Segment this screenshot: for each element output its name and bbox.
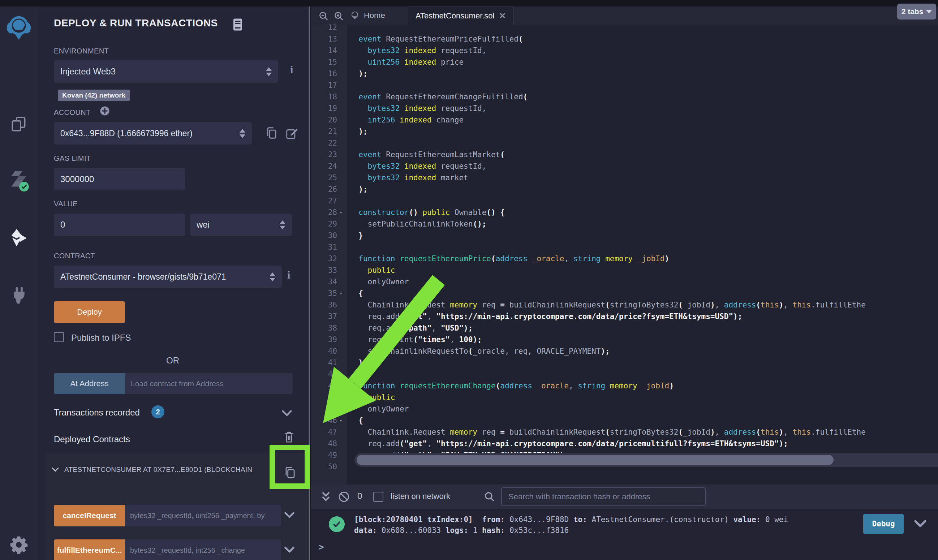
code-line-17[interactable]: 17 — [311, 80, 938, 91]
zoom-out-icon[interactable] — [318, 11, 329, 22]
fold-spacer — [339, 91, 349, 103]
fold-chevron-icon[interactable]: ▾ — [339, 288, 349, 299]
contract-info-icon[interactable]: i — [287, 269, 290, 281]
settings-gear-icon[interactable] — [0, 533, 37, 556]
account-select[interactable]: 0x643...9F88D (1.666673996 ether) — [54, 122, 252, 145]
tx-log-line-2[interactable]: data: 0x608...60033 logs: 1 hash: 0x53c.… — [354, 525, 569, 536]
code-line-22[interactable]: 22 — [311, 137, 938, 149]
transactions-chevron-icon[interactable] — [281, 409, 292, 418]
code-line-20[interactable]: 20 int256 indexed change — [311, 114, 938, 126]
listen-network-checkbox[interactable] — [373, 492, 383, 502]
function-expand-chevron-icon[interactable] — [284, 545, 295, 555]
code-line-23[interactable]: 23 event RequestEthereumLastMarket( — [311, 149, 938, 160]
code-line-41[interactable]: 41 } — [311, 357, 938, 369]
copy-account-icon[interactable] — [265, 126, 278, 140]
code-line-34[interactable]: 34 onlyOwner — [311, 276, 938, 288]
code-line-18[interactable]: 18 event RequestEthereumChangeFulfilled( — [311, 91, 938, 103]
remix-logo-icon[interactable] — [0, 13, 37, 42]
terminal-prompt[interactable]: > — [318, 542, 324, 552]
code-line-19[interactable]: 19 bytes32 indexed requestId, — [311, 103, 938, 114]
code-line-26[interactable]: 26 ); — [311, 183, 938, 195]
fold-chevron-icon[interactable]: ▾ — [339, 415, 349, 426]
code-text: sendChainlinkRequestTo(_oracle, req, ORA… — [349, 345, 610, 357]
value-input[interactable]: 0 — [54, 214, 185, 236]
fold-chevron-icon[interactable]: ▾ — [339, 207, 349, 218]
function-expand-chevron-icon[interactable] — [284, 511, 295, 520]
code-line-13[interactable]: 13 event RequestEthereumPriceFulfilled( — [311, 33, 938, 45]
expand-log-chevron-icon[interactable] — [914, 518, 927, 529]
deploy-button[interactable]: Deploy — [54, 301, 125, 323]
code-line-30[interactable]: 30 } — [311, 230, 938, 242]
file-explorer-icon[interactable] — [0, 113, 37, 135]
clear-console-icon[interactable] — [338, 491, 350, 503]
debug-button[interactable]: Debug — [863, 514, 904, 534]
fulfill-ethereum-change-params-input[interactable]: bytes32 _requestId, int256 _change — [125, 539, 281, 560]
line-number: 35 — [311, 288, 339, 299]
code-line-16[interactable]: 16 ); — [311, 68, 938, 80]
cancel-request-button[interactable]: cancelRequest — [54, 505, 125, 526]
code-line-31[interactable]: 31 — [311, 242, 938, 253]
at-address-input[interactable]: Load contract from Address — [125, 373, 293, 394]
zoom-in-icon[interactable] — [334, 11, 344, 22]
gas-limit-input[interactable]: 3000000 — [54, 168, 185, 191]
code-line-25[interactable]: 25 bytes32 indexed market — [311, 172, 938, 183]
fulfill-ethereum-change-button[interactable]: fulfillEthereumC... — [54, 539, 125, 560]
code-line-45[interactable]: 45 onlyOwner — [311, 403, 938, 415]
tab-atestnetconsumer[interactable]: ATestnetConsumer.sol ✕ — [408, 6, 514, 25]
at-address-button[interactable]: At Address — [54, 373, 125, 394]
cancel-request-params-input[interactable]: bytes32 _requestId, uint256 _payment, by — [125, 505, 281, 526]
contract-expand-chevron-icon[interactable] — [51, 467, 59, 472]
code-area[interactable]: 1213 event RequestEthereumPriceFulfilled… — [311, 22, 938, 472]
value-unit-select[interactable]: wei — [190, 214, 292, 236]
code-line-36[interactable]: 36 Chainlink.Request memory req = buildC… — [311, 299, 938, 311]
plugin-manager-icon[interactable] — [0, 283, 37, 306]
code-line-42[interactable]: 42 — [311, 369, 938, 380]
fold-spacer — [339, 392, 349, 403]
close-tab-icon[interactable]: ✕ — [499, 11, 506, 21]
publish-ipfs-checkbox[interactable] — [54, 332, 64, 342]
code-line-14[interactable]: 14 bytes32 indexed requestId, — [311, 45, 938, 56]
tx-log-line-1[interactable]: [block:20780401 txIndex:0] from: 0x643..… — [354, 514, 788, 525]
code-line-44[interactable]: 44 public — [311, 392, 938, 403]
add-account-icon[interactable] — [99, 106, 110, 116]
line-number: 34 — [311, 276, 339, 288]
code-line-32[interactable]: 32 function requestEthereumPrice(address… — [311, 253, 938, 265]
deploy-run-icon[interactable] — [0, 226, 37, 249]
horizontal-scrollbar-track[interactable] — [354, 453, 938, 467]
code-line-27[interactable]: 27 — [311, 195, 938, 207]
environment-info-icon[interactable]: i — [290, 64, 293, 76]
deployed-contract-header[interactable]: ATESTNETCONSUMER AT 0X7E7...E80D1 (BLOCK… — [51, 466, 281, 474]
code-line-29[interactable]: 29 setPublicChainlinkToken(); — [311, 218, 938, 230]
code-line-38[interactable]: 38 req.add("path", "USD"); — [311, 322, 938, 334]
window-top-strip — [0, 0, 938, 6]
fold-spacer — [339, 449, 349, 461]
code-line-48[interactable]: 48 req.add("get", "https://min-api.crypt… — [311, 438, 938, 449]
code-line-15[interactable]: 15 uint256 indexed price — [311, 56, 938, 68]
code-line-24[interactable]: 24 bytes32 indexed requestId, — [311, 160, 938, 172]
transaction-search-input[interactable] — [501, 488, 706, 506]
code-line-21[interactable]: 21 ); — [311, 126, 938, 137]
code-line-47[interactable]: 47 Chainlink.Request memory req = buildC… — [311, 426, 938, 438]
code-line-33[interactable]: 33 public — [311, 265, 938, 276]
fold-spacer — [339, 438, 349, 449]
remix-ide-window: DEPLOY & RUN TRANSACTIONS ENVIRONMENT In… — [0, 0, 938, 560]
tabs-count-button[interactable]: 2 tabs — [897, 4, 936, 20]
code-line-37[interactable]: 37 req.add("get", "https://min-api.crypt… — [311, 311, 938, 322]
solidity-compiler-icon[interactable] — [0, 169, 37, 192]
deploy-run-panel: DEPLOY & RUN TRANSACTIONS ENVIRONMENT In… — [37, 6, 308, 560]
code-line-39[interactable]: 39 req.addInt("times", 100); — [311, 334, 938, 345]
code-line-35[interactable]: 35▾ { — [311, 288, 938, 299]
code-line-40[interactable]: 40 sendChainlinkRequestTo(_oracle, req, … — [311, 345, 938, 357]
edit-account-icon[interactable] — [285, 126, 299, 140]
clear-contracts-trash-icon[interactable] — [283, 430, 295, 444]
code-line-46[interactable]: 46▾ { — [311, 415, 938, 426]
code-text: public — [349, 392, 395, 403]
code-line-43[interactable]: 43 function requestEthereumChange(addres… — [311, 380, 938, 392]
contract-select[interactable]: ATestnetConsumer - browser/gists/9b71e07… — [54, 266, 282, 288]
environment-select[interactable]: Injected Web3 — [54, 60, 278, 83]
select-spinner-icon — [280, 220, 286, 229]
code-line-28[interactable]: 28▾ constructor() public Ownable() { — [311, 207, 938, 218]
horizontal-scrollbar-thumb[interactable] — [357, 455, 833, 465]
tab-home[interactable]: Home — [350, 6, 385, 25]
collapse-terminal-icon[interactable] — [321, 491, 331, 503]
